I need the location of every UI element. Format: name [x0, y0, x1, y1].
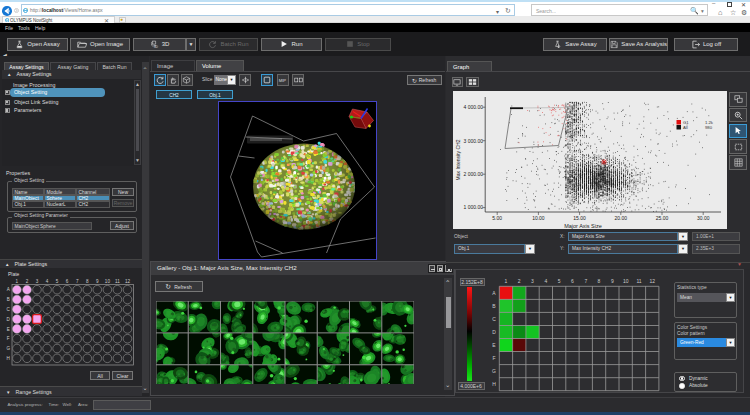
svg-text:25.00: 25.00 — [656, 215, 669, 221]
svg-text:2: 2 — [518, 278, 521, 284]
svg-text:10.00: 10.00 — [532, 215, 545, 221]
svg-text:D: D — [492, 329, 496, 335]
svg-text:Max Intensity CH2: Max Intensity CH2 — [455, 139, 461, 180]
svg-text:C: C — [7, 307, 11, 312]
svg-text:F: F — [7, 336, 10, 341]
svg-text:1: 1 — [505, 278, 508, 284]
svg-text:Major Axis Size: Major Axis Size — [564, 223, 602, 229]
svg-text:12: 12 — [125, 279, 131, 284]
svg-text:4: 4 — [46, 279, 49, 284]
svg-text:8: 8 — [598, 278, 601, 284]
svg-text:5.00: 5.00 — [492, 215, 502, 221]
svg-text:7: 7 — [584, 278, 587, 284]
svg-text:B: B — [7, 297, 10, 302]
svg-text:All: All — [683, 125, 688, 130]
svg-text:H: H — [492, 381, 496, 387]
svg-text:3 000.00: 3 000.00 — [464, 138, 484, 144]
svg-text:7: 7 — [76, 279, 79, 284]
svg-text:D: D — [7, 317, 11, 322]
svg-text:1 000.00: 1 000.00 — [464, 204, 484, 210]
svg-text:H: H — [7, 356, 10, 361]
svg-text:E: E — [7, 327, 10, 332]
svg-text:9: 9 — [611, 278, 614, 284]
svg-text:10: 10 — [623, 278, 629, 284]
svg-text:20.00: 20.00 — [615, 215, 628, 221]
svg-text:3D: 3D — [153, 45, 158, 49]
svg-text:C: C — [492, 316, 496, 322]
svg-text:G: G — [492, 368, 496, 374]
svg-text:F: F — [492, 355, 495, 361]
svg-text:2: 2 — [26, 279, 29, 284]
svg-text:980: 980 — [705, 125, 713, 130]
svg-text:A: A — [7, 287, 11, 292]
svg-text:5: 5 — [558, 278, 561, 284]
svg-text:4 000.00: 4 000.00 — [464, 104, 484, 110]
svg-text:10: 10 — [105, 279, 111, 284]
svg-text:11: 11 — [636, 278, 641, 284]
svg-text:E: E — [492, 342, 496, 348]
svg-text:30.00: 30.00 — [697, 215, 710, 221]
svg-text:6: 6 — [66, 279, 69, 284]
svg-text:A: A — [492, 290, 496, 296]
svg-text:4: 4 — [545, 278, 548, 284]
svg-text:B: B — [492, 303, 496, 309]
svg-text:3: 3 — [36, 279, 39, 284]
svg-text:12: 12 — [650, 278, 656, 284]
svg-text:5: 5 — [56, 279, 59, 284]
svg-text:15.00: 15.00 — [573, 215, 586, 221]
svg-text:MIP: MIP — [279, 77, 287, 82]
svg-text:11: 11 — [115, 279, 120, 284]
svg-text:2 000.00: 2 000.00 — [464, 171, 484, 177]
svg-text:9: 9 — [96, 279, 99, 284]
svg-text:3: 3 — [531, 278, 534, 284]
svg-text:G: G — [6, 346, 10, 351]
svg-text:8: 8 — [86, 279, 89, 284]
svg-text:1: 1 — [16, 279, 19, 284]
svg-text:6: 6 — [571, 278, 574, 284]
